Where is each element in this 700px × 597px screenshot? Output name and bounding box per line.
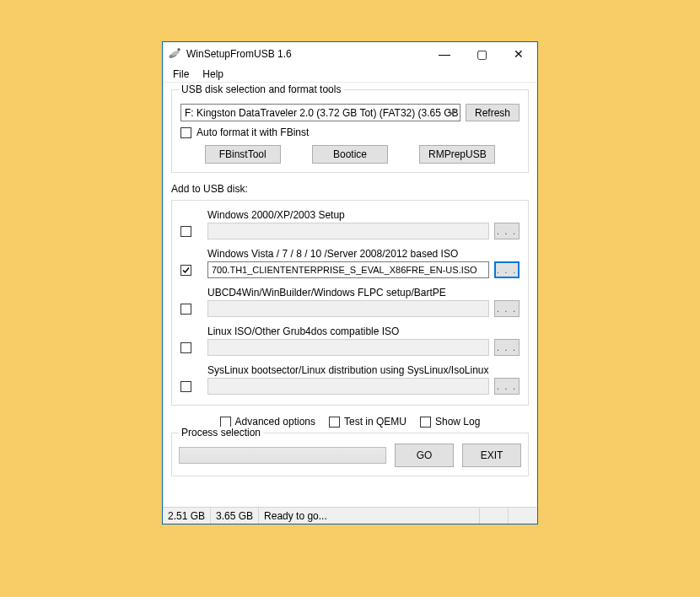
usb-disk-select[interactable]: F: Kingston DataTraveler 2.0 (3.72 GB To… — [180, 104, 460, 121]
source-winxp-title: Windows 2000/XP/2003 Setup — [207, 209, 520, 221]
client-area: USB disk selection and format tools F: K… — [163, 83, 537, 507]
app-window: WinSetupFromUSB 1.6 — ▢ ✕ File Help USB … — [162, 41, 538, 524]
process-group: Process selection GO EXIT — [171, 433, 529, 476]
usb-disk-group: USB disk selection and format tools F: K… — [171, 89, 529, 173]
source-ubcd-browse[interactable]: . . . — [494, 300, 520, 317]
source-winvista: Windows Vista / 7 / 8 / 10 /Server 2008/… — [180, 248, 520, 278]
close-button[interactable]: ✕ — [500, 42, 537, 66]
status-total: 3.65 GB — [211, 508, 259, 524]
source-syslinux: SysLinux bootsector/Linux distribution u… — [180, 364, 520, 395]
source-winvista-browse[interactable]: . . . — [494, 261, 520, 278]
source-winxp-checkbox[interactable] — [180, 226, 191, 237]
status-pad1 — [480, 508, 509, 524]
menu-help[interactable]: Help — [196, 67, 230, 82]
autoformat-label: Auto format it with FBinst — [197, 126, 309, 138]
test-qemu-label: Test in QEMU — [344, 416, 407, 428]
maximize-button[interactable]: ▢ — [463, 42, 500, 66]
source-linux-title: Linux ISO/Other Grub4dos compatible ISO — [207, 325, 520, 337]
menubar: File Help — [163, 66, 537, 83]
statusbar: 2.51 GB 3.65 GB Ready to go... — [163, 507, 537, 524]
source-winvista-checkbox[interactable] — [180, 265, 191, 276]
source-ubcd-path[interactable] — [207, 300, 489, 317]
go-button[interactable]: GO — [395, 444, 454, 467]
add-to-usb-label: Add to USB disk: — [171, 183, 529, 195]
source-syslinux-browse[interactable]: . . . — [494, 378, 520, 395]
source-winxp-path[interactable] — [207, 223, 489, 239]
source-syslinux-path[interactable] — [207, 378, 489, 395]
window-controls: — ▢ ✕ — [426, 42, 537, 65]
source-winxp-browse[interactable]: . . . — [494, 223, 520, 239]
exit-button[interactable]: EXIT — [462, 444, 521, 467]
source-linux: Linux ISO/Other Grub4dos compatible ISO … — [180, 325, 520, 356]
progress-bar — [179, 447, 386, 464]
titlebar[interactable]: WinSetupFromUSB 1.6 — ▢ ✕ — [163, 42, 537, 66]
source-linux-browse[interactable]: . . . — [494, 339, 520, 356]
fbinsttool-button[interactable]: FBinstTool — [205, 145, 281, 164]
autoformat-checkbox[interactable] — [180, 127, 191, 138]
source-linux-checkbox[interactable] — [180, 342, 191, 353]
status-pad2 — [509, 508, 537, 524]
status-message: Ready to go... — [259, 508, 480, 524]
add-to-usb-group: Windows 2000/XP/2003 Setup . . . Windows… — [171, 200, 529, 406]
source-syslinux-title: SysLinux bootsector/Linux distribution u… — [207, 364, 520, 376]
showlog-label: Show Log — [435, 416, 480, 428]
bootice-button[interactable]: Bootice — [312, 145, 388, 164]
showlog-checkbox[interactable] — [420, 417, 431, 428]
process-group-label: Process selection — [179, 427, 263, 438]
rmprepusb-button[interactable]: RMPrepUSB — [419, 145, 495, 164]
source-winvista-title: Windows Vista / 7 / 8 / 10 /Server 2008/… — [207, 248, 520, 260]
chevron-down-icon — [448, 106, 456, 121]
source-ubcd-title: UBCD4Win/WinBuilder/Windows FLPC setup/B… — [207, 287, 520, 298]
source-linux-path[interactable] — [207, 339, 489, 356]
options-row: Advanced options Test in QEMU Show Log — [171, 416, 529, 428]
source-winvista-path[interactable]: 700.TH1_CLIENTENTERPRISE_S_EVAL_X86FRE_E… — [207, 261, 489, 278]
advanced-checkbox[interactable] — [220, 417, 231, 428]
window-title: WinSetupFromUSB 1.6 — [186, 47, 426, 60]
usb-disk-selected-text: F: Kingston DataTraveler 2.0 (3.72 GB To… — [185, 107, 460, 119]
minimize-button[interactable]: — — [426, 42, 463, 66]
refresh-button[interactable]: Refresh — [466, 104, 520, 121]
source-winxp: Windows 2000/XP/2003 Setup . . . — [180, 209, 520, 239]
usb-disk-group-label: USB disk selection and format tools — [179, 83, 343, 95]
status-used: 2.51 GB — [163, 508, 211, 524]
menu-file[interactable]: File — [166, 67, 196, 82]
source-ubcd-checkbox[interactable] — [180, 304, 191, 315]
source-ubcd: UBCD4Win/WinBuilder/Windows FLPC setup/B… — [180, 287, 520, 317]
test-qemu-checkbox[interactable] — [329, 417, 340, 428]
advanced-label: Advanced options — [235, 416, 315, 428]
app-icon — [168, 47, 181, 61]
source-syslinux-checkbox[interactable] — [180, 381, 191, 392]
